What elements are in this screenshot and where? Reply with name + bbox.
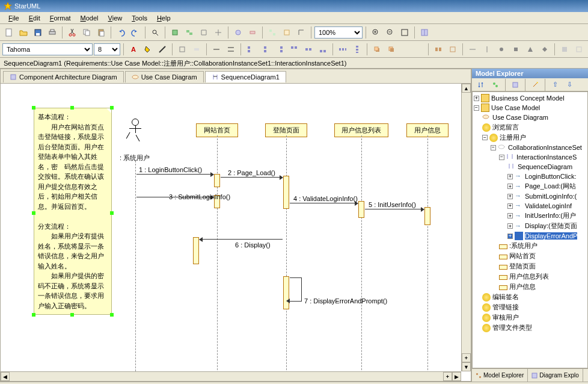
paste-button[interactable] bbox=[94, 26, 108, 39]
diagram-note[interactable]: 基本流程： 用户在网站首页点击登陆链接，系统显示后台登陆页面。用户在登陆表单中输… bbox=[34, 108, 112, 315]
tool-3[interactable] bbox=[197, 26, 210, 39]
ext-1[interactable] bbox=[432, 43, 445, 56]
menu-edit[interactable]: Edit bbox=[24, 13, 45, 23]
tree-managelink[interactable]: 管理链接 bbox=[482, 302, 586, 312]
refresh-button[interactable] bbox=[509, 78, 522, 91]
scrollbar-vertical[interactable]: ▲ + ▼ bbox=[461, 84, 471, 371]
ext-7[interactable] bbox=[524, 43, 537, 56]
tree-pageload[interactable]: +Page_Load:(网站 bbox=[507, 181, 586, 191]
tree-interact[interactable]: −InteractionInstanceS bbox=[499, 152, 586, 162]
zoom-in-button[interactable] bbox=[369, 26, 382, 39]
tree-sysuser[interactable]: :系统用户 bbox=[499, 241, 586, 251]
tool-5[interactable] bbox=[231, 26, 245, 39]
tree-register[interactable]: −注册用户 bbox=[482, 132, 586, 143]
tree-audituser[interactable]: 审核用户 bbox=[482, 312, 586, 323]
msg-1[interactable] bbox=[136, 174, 213, 175]
align-6[interactable] bbox=[316, 43, 329, 56]
ext-2[interactable] bbox=[446, 43, 459, 56]
ext-9[interactable] bbox=[558, 43, 571, 56]
activation-7[interactable] bbox=[283, 276, 289, 309]
align-4[interactable] bbox=[287, 43, 301, 56]
menu-model[interactable]: Model bbox=[76, 13, 103, 23]
tree-business[interactable]: +Business Concept Model bbox=[474, 93, 586, 103]
ext-4[interactable] bbox=[480, 43, 494, 56]
down-button[interactable]: ⇩ bbox=[563, 78, 576, 91]
tab-sequence[interactable]: SequenceDiagram1 bbox=[205, 71, 286, 82]
menu-format[interactable]: Format bbox=[45, 13, 76, 23]
msg-2[interactable] bbox=[221, 177, 283, 178]
tree-usecase-model[interactable]: −Use Case Model bbox=[474, 103, 586, 113]
tool-9[interactable] bbox=[295, 26, 308, 39]
tree-collab[interactable]: −CollaborationInstanceSet bbox=[491, 143, 586, 152]
align-2[interactable] bbox=[259, 43, 272, 56]
activation-1[interactable] bbox=[214, 174, 220, 187]
cut-button[interactable] bbox=[66, 26, 79, 39]
align-5[interactable] bbox=[302, 43, 315, 56]
diagram-canvas[interactable]: 基本流程： 用户在网站首页点击登陆链接，系统显示后台登陆页面。用户在登陆表单中输… bbox=[1, 84, 461, 371]
line-style-1[interactable] bbox=[210, 43, 223, 56]
scrollbar-horizontal[interactable]: ◀ + ▶ bbox=[1, 371, 461, 381]
align-3[interactable] bbox=[273, 43, 286, 56]
font-color-button[interactable]: A bbox=[127, 43, 140, 56]
tree-seq[interactable]: SequenceDiagram bbox=[507, 162, 586, 172]
align-1[interactable] bbox=[244, 43, 257, 56]
ext-8[interactable] bbox=[538, 43, 551, 56]
tree-loginclick[interactable]: +LoginButtonClick: bbox=[507, 172, 586, 181]
open-button[interactable] bbox=[17, 26, 30, 39]
fill-color-button[interactable] bbox=[141, 43, 155, 56]
line-color-button[interactable] bbox=[156, 43, 169, 56]
tool-b[interactable] bbox=[190, 43, 203, 56]
actor-system-user[interactable] bbox=[129, 119, 141, 141]
zoom-out-button[interactable] bbox=[384, 26, 397, 39]
tree-browse[interactable]: 浏览留言 bbox=[482, 122, 586, 132]
print-button[interactable] bbox=[46, 26, 59, 39]
msg-5[interactable] bbox=[365, 209, 424, 209]
new-button[interactable] bbox=[2, 26, 16, 39]
tree-displayerr[interactable]: +DisplayErrorAndP bbox=[507, 231, 586, 241]
find-button[interactable] bbox=[149, 26, 162, 39]
redo-button[interactable] bbox=[129, 26, 142, 39]
tool-6[interactable] bbox=[246, 26, 259, 39]
tool-7[interactable] bbox=[266, 26, 279, 39]
tree-loginpage[interactable]: 登陆页面 bbox=[499, 261, 586, 271]
tree-ucd[interactable]: Use Case Diagram bbox=[482, 113, 586, 122]
tool-1[interactable] bbox=[168, 26, 182, 39]
msg-4[interactable] bbox=[290, 203, 358, 203]
sort-button[interactable] bbox=[474, 78, 488, 91]
tool-a[interactable] bbox=[176, 43, 189, 56]
tree-validate[interactable]: +ValidateLoginInf bbox=[507, 201, 586, 211]
activation-2[interactable] bbox=[283, 176, 289, 209]
tool-4[interactable] bbox=[212, 26, 225, 39]
menu-file[interactable]: File bbox=[4, 13, 24, 23]
ptab-model[interactable]: Model Explorer bbox=[472, 369, 528, 382]
tool-8[interactable] bbox=[280, 26, 293, 39]
tool-panel-button[interactable] bbox=[418, 26, 431, 39]
activation-4[interactable] bbox=[358, 201, 364, 218]
tree-managefile[interactable]: 管理文件类型 bbox=[482, 323, 586, 333]
tree-userlist[interactable]: 用户信息列表 bbox=[499, 271, 586, 282]
menu-help[interactable]: Help bbox=[152, 13, 176, 23]
dist-v[interactable] bbox=[351, 43, 364, 56]
copy-button[interactable] bbox=[80, 26, 93, 39]
tree-userinfo[interactable]: 用户信息 bbox=[499, 282, 586, 292]
wand-button[interactable] bbox=[528, 78, 542, 91]
undo-button[interactable] bbox=[114, 26, 127, 39]
ext-6[interactable] bbox=[509, 43, 522, 56]
tree-display[interactable]: +Display:(登陆页面 bbox=[507, 221, 586, 231]
menu-view[interactable]: View bbox=[103, 13, 127, 23]
zoom-fit-button[interactable] bbox=[398, 26, 411, 39]
filter-button[interactable] bbox=[489, 78, 502, 91]
ext-10[interactable] bbox=[572, 43, 586, 56]
activation-5[interactable] bbox=[424, 207, 430, 225]
msg-6[interactable] bbox=[200, 239, 283, 240]
activation-6[interactable] bbox=[193, 237, 199, 264]
front-button[interactable] bbox=[370, 43, 384, 56]
font-combo[interactable]: Tahoma bbox=[2, 43, 93, 55]
msg-7[interactable] bbox=[290, 277, 302, 302]
zoom-combo[interactable]: 100% bbox=[314, 26, 363, 39]
tree-editsig[interactable]: 编辑签名 bbox=[482, 292, 586, 302]
ptab-diagram[interactable]: Diagram Explo bbox=[528, 369, 583, 382]
ext-5[interactable] bbox=[495, 43, 508, 56]
menu-tools[interactable]: Tools bbox=[127, 13, 152, 23]
tree-submit[interactable]: +SubmitLoginInfo:( bbox=[507, 191, 586, 201]
